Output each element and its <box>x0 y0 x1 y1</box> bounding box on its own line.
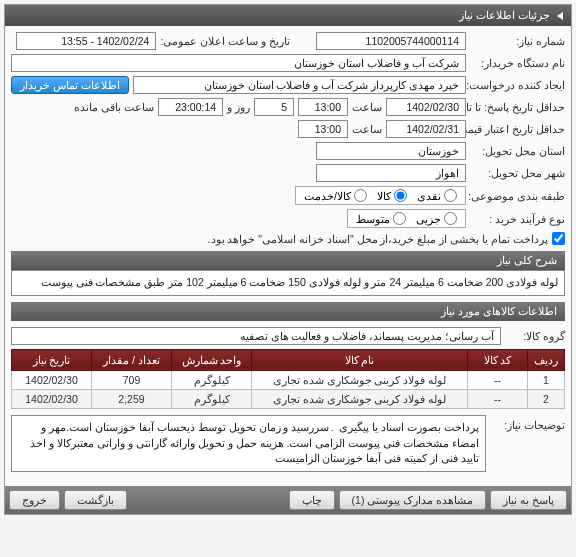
city-label: شهر محل تحویل: <box>470 167 565 179</box>
summary-text: لوله فولادی 200 ضخامت 6 میلیمتر 24 متر و… <box>11 270 565 296</box>
deadline-label: حداقل تاریخ پاسخ: تا تاریخ: <box>470 101 565 113</box>
table-cell: 1402/02/30 <box>12 370 92 389</box>
table-cell: -- <box>468 389 528 408</box>
payclass-group: نقدی کالا کالا/خدمت <box>295 186 466 205</box>
need-no-label: شماره نیاز: <box>470 35 565 47</box>
creator-value: خپرد مهدی کارپرداز شرکت آب و فاضلاب استا… <box>133 76 466 94</box>
buyproc-group: جزیی متوسط <box>347 209 466 228</box>
province-value: خوزستان <box>316 142 466 160</box>
radio-minor[interactable] <box>444 212 457 225</box>
table-cell: لوله فولاد کربنی جوشکاری شده تجاری <box>252 389 468 408</box>
print-button[interactable]: چاپ <box>289 490 335 510</box>
table-cell: لوله فولاد کربنی جوشکاری شده تجاری <box>252 370 468 389</box>
radio-goods[interactable] <box>394 189 407 202</box>
radio-cash[interactable] <box>444 189 457 202</box>
footer-bar: پاسخ به نیاز مشاهده مدارک پیوستی (1) چاپ… <box>5 486 571 514</box>
panel-header: جزئیات اطلاعات نیاز <box>5 5 571 26</box>
notes-label: توضیحات نیاز: <box>490 415 565 431</box>
section-summary-title: شرح کلی نیاز <box>11 251 565 270</box>
payclass-option-goods[interactable]: کالا <box>377 189 407 202</box>
days-value: 5 <box>254 98 294 116</box>
table-header-row: ردیف کد کالا نام کالا واحد شمارش تعداد /… <box>12 349 565 370</box>
table-cell: 1 <box>528 370 565 389</box>
time-label-1: ساعت <box>352 101 382 113</box>
col-name: نام کالا <box>252 349 468 370</box>
buyproc-label: نوع فرآیند خرید : <box>470 213 565 225</box>
attachments-button[interactable]: مشاهده مدارک پیوستی (1) <box>339 490 487 510</box>
validity-time: 13:00 <box>298 120 348 138</box>
table-cell: 2,259 <box>92 389 172 408</box>
validity-label: حداقل تاریخ اعتبار قیمت: تا تاریخ: <box>470 123 565 135</box>
contact-buyer-button[interactable]: اطلاعات تماس خریدار <box>11 76 129 94</box>
col-date: تاریخ نیاز <box>12 349 92 370</box>
need-no-value: 1102005744000114 <box>316 32 466 50</box>
remain-label: ساعت باقی مانده <box>74 101 154 113</box>
section-items-title: اطلاعات کالاهای مورد نیاز <box>11 302 565 321</box>
treasury-note: پرداخت تمام یا بخشی از مبلغ خرید،از محل … <box>208 233 548 245</box>
notes-text: پرداخت بصورت اسناد یا پیگیری ۔سررسید و ز… <box>11 415 486 472</box>
time-label-2: ساعت <box>352 123 382 135</box>
announce-label: تاریخ و ساعت اعلان عمومی: <box>160 35 290 47</box>
col-unit: واحد شمارش <box>172 349 252 370</box>
table-cell: -- <box>468 370 528 389</box>
table-cell: کیلوگرم <box>172 370 252 389</box>
payclass-option-cash[interactable]: نقدی <box>417 189 457 202</box>
need-details-panel: جزئیات اطلاعات نیاز شماره نیاز: 11020057… <box>4 4 572 515</box>
table-cell: 2 <box>528 389 565 408</box>
announce-value: 1402/02/24 - 13:55 <box>16 32 156 50</box>
city-value: اهواز <box>316 164 466 182</box>
panel-content: شماره نیاز: 1102005744000114 تاریخ و ساع… <box>5 26 571 486</box>
reply-button[interactable]: پاسخ به نیاز <box>490 490 567 510</box>
table-cell: کیلوگرم <box>172 389 252 408</box>
creator-label: ایجاد کننده درخواست: <box>470 79 565 91</box>
table-row[interactable]: 1--لوله فولاد کربنی جوشکاری شده تجاریکیل… <box>12 370 565 389</box>
buyer-value: شرکت آب و فاضلاب استان خوزستان <box>11 54 466 72</box>
items-table: ردیف کد کالا نام کالا واحد شمارش تعداد /… <box>11 349 565 409</box>
deadline-time: 13:00 <box>298 98 348 116</box>
days-label: روز و <box>227 101 250 113</box>
validity-date: 1402/02/31 <box>386 120 466 138</box>
buyproc-option-minor[interactable]: جزیی <box>416 212 457 225</box>
radio-goods-service[interactable] <box>354 189 367 202</box>
payclass-option-goods-service[interactable]: کالا/خدمت <box>304 189 367 202</box>
province-label: استان محل تحویل: <box>470 145 565 157</box>
table-row[interactable]: 2--لوله فولاد کربنی جوشکاری شده تجاریکیل… <box>12 389 565 408</box>
col-code: کد کالا <box>468 349 528 370</box>
group-value: آب رسانی؛ مدیریت پسماند، فاضلاب و فعالیت… <box>11 327 501 345</box>
table-cell: 1402/02/30 <box>12 389 92 408</box>
collapse-icon[interactable] <box>557 12 563 20</box>
radio-medium[interactable] <box>393 212 406 225</box>
col-qty: تعداد / مقدار <box>92 349 172 370</box>
remain-value: 23:00:14 <box>158 98 223 116</box>
buyproc-option-medium[interactable]: متوسط <box>356 212 406 225</box>
payclass-label: طبقه بندی موضوعی: <box>470 190 565 202</box>
back-button[interactable]: بازگشت <box>64 490 127 510</box>
table-body: 1--لوله فولاد کربنی جوشکاری شده تجاریکیل… <box>12 370 565 408</box>
buyer-label: نام دستگاه خریدار: <box>470 57 565 69</box>
panel-title: جزئیات اطلاعات نیاز <box>459 9 550 21</box>
group-label: گروه کالا: <box>505 330 565 342</box>
table-cell: 709 <box>92 370 172 389</box>
deadline-date: 1402/02/30 <box>386 98 466 116</box>
treasury-checkbox[interactable] <box>552 232 565 245</box>
exit-button[interactable]: خروج <box>9 490 60 510</box>
col-row: ردیف <box>528 349 565 370</box>
